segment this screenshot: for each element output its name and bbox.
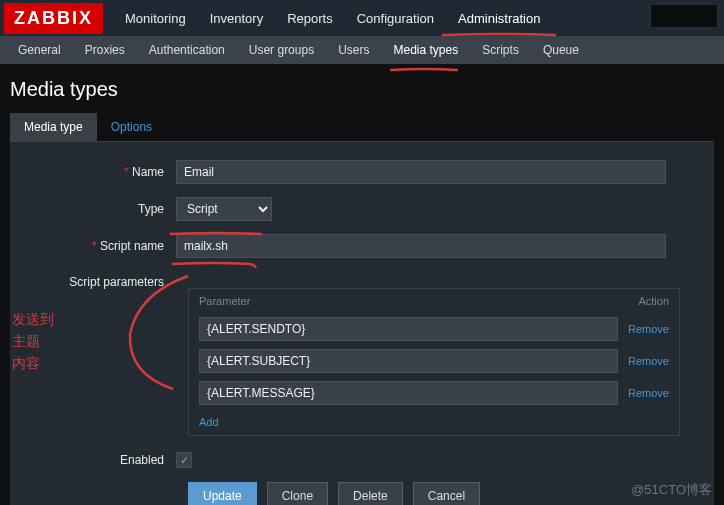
subnav-authentication[interactable]: Authentication	[137, 37, 237, 63]
annotation-subject: 主题	[12, 330, 54, 352]
top-bar: ZABBIX Monitoring Inventory Reports Conf…	[0, 0, 724, 36]
remove-link[interactable]: Remove	[628, 355, 669, 367]
top-nav: Monitoring Inventory Reports Configurati…	[113, 1, 552, 36]
nav-inventory[interactable]: Inventory	[198, 1, 275, 36]
name-input[interactable]	[176, 160, 666, 184]
script-name-input[interactable]	[176, 234, 666, 258]
delete-button[interactable]: Delete	[338, 482, 403, 505]
enabled-label: Enabled	[26, 453, 176, 467]
annotation-underline	[388, 62, 460, 66]
media-type-form: Name Type Script Script name Script para…	[10, 142, 714, 505]
subnav-general[interactable]: General	[6, 37, 73, 63]
cancel-button[interactable]: Cancel	[413, 482, 480, 505]
clone-button[interactable]: Clone	[267, 482, 328, 505]
annotation-underline	[440, 32, 558, 36]
remove-link[interactable]: Remove	[628, 323, 669, 335]
sub-nav: General Proxies Authentication User grou…	[0, 36, 724, 64]
script-params-table: Parameter Action Remove Remove Remove Ad…	[188, 288, 680, 436]
nav-monitoring[interactable]: Monitoring	[113, 1, 198, 36]
subnav-users[interactable]: Users	[326, 37, 381, 63]
param-input-0[interactable]	[199, 317, 618, 341]
annotation-curve	[118, 274, 198, 394]
subnav-queue[interactable]: Queue	[531, 37, 591, 63]
param-row: Remove	[189, 377, 679, 409]
annotation-underline	[170, 258, 260, 264]
tab-options[interactable]: Options	[97, 113, 166, 141]
button-bar: Update Clone Delete Cancel	[188, 482, 698, 505]
remove-link[interactable]: Remove	[628, 387, 669, 399]
annotation-underline	[168, 226, 264, 230]
subnav-scripts[interactable]: Scripts	[470, 37, 531, 63]
name-label: Name	[26, 165, 176, 179]
annotation-content: 内容	[12, 352, 54, 374]
param-input-2[interactable]	[199, 381, 618, 405]
nav-reports[interactable]: Reports	[275, 1, 345, 36]
type-label: Type	[26, 202, 176, 216]
enabled-checkbox[interactable]: ✓	[176, 452, 192, 468]
page-title: Media types	[10, 78, 714, 101]
add-param-link[interactable]: Add	[199, 416, 219, 428]
logo: ZABBIX	[4, 3, 103, 34]
tab-media-type[interactable]: Media type	[10, 113, 97, 141]
watermark: @51CTO博客	[631, 481, 712, 499]
action-header: Action	[638, 295, 669, 307]
type-select[interactable]: Script	[176, 197, 272, 221]
param-header: Parameter	[199, 295, 638, 307]
subnav-proxies[interactable]: Proxies	[73, 37, 137, 63]
annotation-sendto: 发送到	[12, 308, 54, 330]
subnav-media-types[interactable]: Media types	[382, 37, 471, 63]
global-search[interactable]	[650, 4, 718, 28]
param-row: Remove	[189, 345, 679, 377]
update-button[interactable]: Update	[188, 482, 257, 505]
param-row: Remove	[189, 313, 679, 345]
nav-configuration[interactable]: Configuration	[345, 1, 446, 36]
script-name-label: Script name	[26, 239, 176, 253]
tabs: Media type Options	[10, 113, 714, 142]
subnav-user-groups[interactable]: User groups	[237, 37, 326, 63]
param-input-1[interactable]	[199, 349, 618, 373]
nav-administration[interactable]: Administration	[446, 1, 552, 36]
annotation-labels: 发送到 主题 内容	[12, 308, 54, 374]
